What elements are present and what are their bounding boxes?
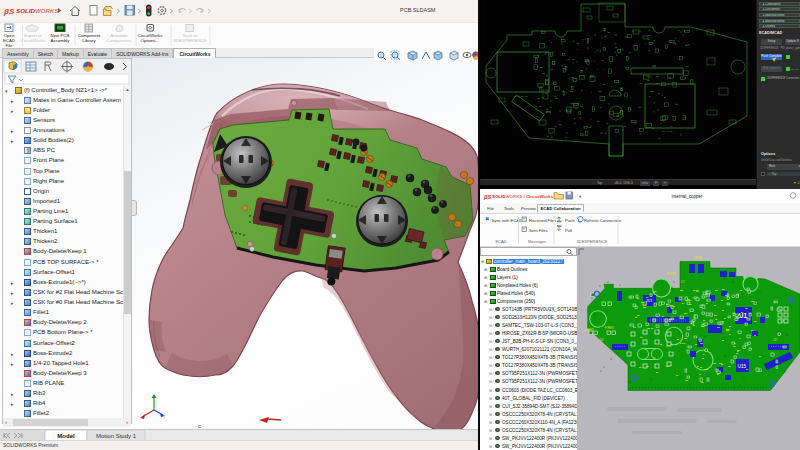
svg-text:Library: Library: [82, 38, 96, 43]
svg-text:PCB.SLDASM: PCB.SLDASM: [400, 7, 436, 13]
svg-text:Assembly: Assembly: [50, 38, 70, 43]
svg-text:3DEXPERIENCE: 3DEXPERIENCE: [577, 239, 608, 244]
svg-text:H-RES: H-RES: [585, 328, 594, 332]
svg-text:C7: C7: [681, 280, 685, 284]
svg-text:P-RES: P-RES: [605, 326, 614, 330]
svg-text:βS: βS: [483, 194, 491, 200]
svg-text:RLBL: RLBL: [695, 256, 702, 260]
svg-text:Sent Files: Sent Files: [529, 228, 548, 233]
svg-text:3DEXPERIENCE: 3DEXPERIENCE: [173, 38, 207, 43]
svg-text:Received Files: Received Files: [529, 218, 556, 223]
svg-text:JST PH2023: JST PH2023: [513, 95, 528, 98]
svg-text:ECAD: ECAD: [495, 239, 506, 244]
svg-text:Options...: Options...: [141, 38, 160, 43]
svg-text:Refresh Connection: Refresh Connection: [584, 218, 622, 223]
svg-text:Messages: Messages: [528, 239, 546, 244]
svg-text:Sync with ECAD: Sync with ECAD: [492, 218, 523, 223]
svg-text:βS: βS: [3, 7, 15, 16]
svg-text:PLRB2: PLRB2: [667, 272, 676, 276]
svg-text:▾: ▾: [579, 194, 582, 199]
svg-text:internal_copper: internal_copper: [671, 194, 703, 199]
svg-text:J13: J13: [646, 299, 652, 303]
svg-text:c: c: [198, 423, 201, 429]
svg-text:Model: Model: [57, 433, 75, 439]
svg-text:SOLIDWORKS: SOLIDWORKS: [16, 7, 60, 14]
svg-text:U15: U15: [738, 364, 747, 369]
svg-text:J16: J16: [599, 338, 604, 342]
svg-text:J17: J17: [773, 338, 778, 342]
svg-text:File: File: [5, 43, 13, 48]
svg-text:MCU MAIN: MCU MAIN: [661, 130, 673, 133]
svg-text:Motion Study 1: Motion Study 1: [96, 433, 137, 439]
svg-text:Pull: Pull: [565, 228, 572, 233]
svg-text:Components: Components: [107, 38, 133, 43]
svg-text:CircuitWorks: CircuitWorks: [21, 38, 47, 43]
svg-text:Push: Push: [565, 218, 575, 223]
svg-text:SOLIDWORKS / CircuitWorks: SOLIDWORKS / CircuitWorks: [492, 194, 554, 199]
